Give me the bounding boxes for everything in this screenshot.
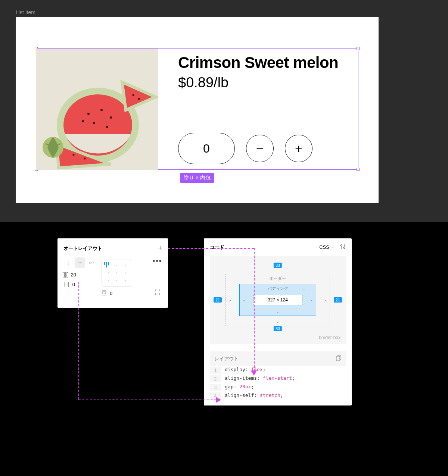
padding-v-input[interactable]: 0 bbox=[102, 290, 112, 297]
svg-rect-24 bbox=[336, 356, 340, 361]
padding-label: パディング bbox=[268, 286, 288, 291]
margin-left-value: 21 bbox=[214, 297, 222, 303]
svg-rect-15 bbox=[103, 292, 106, 294]
box-model-padding: パディング - - - - 327 × 124 bbox=[239, 284, 316, 316]
svg-point-8 bbox=[82, 120, 84, 122]
language-label: CSS bbox=[319, 244, 329, 250]
product-image bbox=[36, 48, 158, 170]
quantity-display: 0 bbox=[178, 133, 235, 164]
svg-point-6 bbox=[110, 116, 112, 119]
arrowhead-down-icon bbox=[251, 370, 257, 376]
arrowhead-right-icon bbox=[216, 397, 221, 403]
autolayout-title: オートレイアウト bbox=[63, 245, 102, 252]
code-line: 1 display: flex; bbox=[210, 366, 346, 375]
copy-code-button[interactable] bbox=[336, 355, 341, 362]
code-panel: コード CSS ⌄ 33 33 21 21 ボーダー bbox=[204, 238, 352, 405]
padding-v-value: 0 bbox=[110, 291, 112, 296]
add-autolayout-button[interactable]: + bbox=[158, 244, 162, 252]
margin-bottom-value: 33 bbox=[274, 326, 282, 331]
quantity-row: 0 − + bbox=[178, 133, 338, 164]
svg-point-5 bbox=[100, 109, 103, 111]
product-info: Crimson Sweet melon $0.89/lb 0 − + bbox=[178, 48, 338, 169]
code-line: 3 gap: 20px; bbox=[210, 383, 346, 392]
margin-right-value: 21 bbox=[334, 297, 342, 303]
watermelon-illustration bbox=[36, 48, 158, 170]
code-line: 4 align-self: stretch; bbox=[210, 392, 346, 400]
list-item-selection[interactable]: Crimson Sweet melon $0.89/lb 0 − + 塗り × … bbox=[36, 48, 358, 170]
layout-title: レイアウト bbox=[214, 356, 239, 362]
canvas-frame[interactable]: Crimson Sweet melon $0.89/lb 0 − + 塗り × … bbox=[16, 17, 379, 203]
box-model-diagram: 33 33 21 21 ボーダー - - - パディング - - - - 32 bbox=[210, 256, 346, 344]
svg-point-7 bbox=[93, 122, 95, 124]
code-settings-button[interactable] bbox=[340, 244, 346, 251]
code-panel-title: コード bbox=[210, 244, 224, 251]
svg-point-21 bbox=[343, 247, 345, 248]
border-label: ボーダー bbox=[270, 276, 286, 281]
decrement-button[interactable]: − bbox=[246, 135, 274, 162]
direction-vertical-button[interactable]: ↓ bbox=[63, 257, 74, 268]
independent-padding-button[interactable] bbox=[155, 289, 161, 297]
gap-icon: ]|[ bbox=[63, 272, 68, 278]
alignment-indicator-icon bbox=[104, 262, 109, 267]
chevron-down-icon: ⌄ bbox=[332, 245, 335, 249]
direction-horizontal-button[interactable]: → bbox=[75, 257, 85, 268]
increment-button[interactable]: + bbox=[285, 135, 312, 162]
direction-group: ↓ → ↩ bbox=[63, 257, 96, 268]
box-sizing-label: border-box bbox=[319, 335, 340, 340]
more-options-button[interactable]: ••• bbox=[153, 257, 162, 265]
margin-top-value: 33 bbox=[274, 263, 282, 268]
layout-code-section: レイアウト 1 display: flex; 2 align-items: fl… bbox=[210, 351, 346, 405]
svg-point-10 bbox=[133, 94, 134, 96]
box-model-content: 327 × 124 bbox=[253, 295, 302, 305]
alignment-grid[interactable] bbox=[102, 260, 132, 286]
code-block[interactable]: 1 display: flex; 2 align-items: flex-sta… bbox=[210, 366, 346, 405]
lower-section: オートレイアウト + ↓ → ↩ ]|[ 20 |□| 0 bbox=[0, 222, 448, 476]
gap-input[interactable]: ]|[ 20 bbox=[63, 272, 96, 278]
language-dropdown[interactable]: CSS ⌄ bbox=[319, 244, 335, 250]
svg-point-4 bbox=[87, 113, 90, 115]
connector-line bbox=[78, 400, 217, 400]
canvas-area: List Item bbox=[0, 0, 448, 222]
padding-h-input[interactable]: |□| 0 bbox=[63, 281, 96, 287]
code-line: 2 align-items: flex-start; bbox=[210, 375, 346, 383]
product-price: $0.89/lb bbox=[178, 75, 338, 91]
selection-handle-br[interactable] bbox=[357, 168, 360, 171]
padding-h-icon: |□| bbox=[63, 281, 69, 287]
svg-point-12 bbox=[73, 154, 75, 156]
selection-handle-tr[interactable] bbox=[357, 47, 360, 50]
svg-point-11 bbox=[138, 98, 140, 100]
box-model-border: ボーダー - - - パディング - - - - 327 × 124 bbox=[225, 274, 330, 326]
svg-point-9 bbox=[106, 126, 108, 128]
padding-h-value: 0 bbox=[72, 282, 75, 287]
product-title: Crimson Sweet melon bbox=[178, 54, 338, 72]
direction-wrap-button[interactable]: ↩ bbox=[86, 257, 96, 268]
padding-v-icon bbox=[102, 290, 107, 297]
svg-point-13 bbox=[84, 158, 86, 160]
selection-badge: 塗り × 内包 bbox=[180, 173, 214, 183]
gap-value: 20 bbox=[71, 272, 76, 278]
content-size: 327 × 124 bbox=[268, 297, 288, 303]
autolayout-panel: オートレイアウト + ↓ → ↩ ]|[ 20 |□| 0 bbox=[57, 238, 168, 308]
frame-label: List Item bbox=[16, 9, 432, 15]
svg-point-18 bbox=[340, 245, 342, 246]
